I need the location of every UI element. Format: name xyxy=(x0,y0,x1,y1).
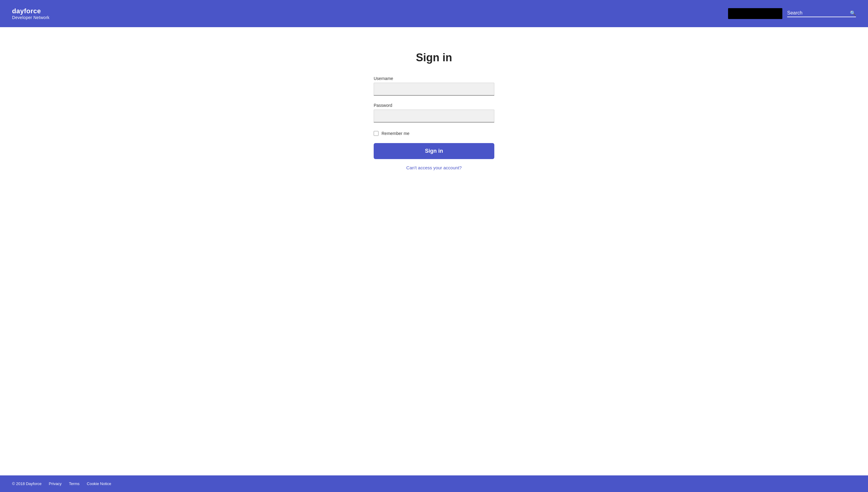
footer: © 2018 Dayforce Privacy Terms Cookie Not… xyxy=(0,475,868,492)
page-title: Sign in xyxy=(416,51,452,64)
footer-cookie-notice-link[interactable]: Cookie Notice xyxy=(87,482,111,486)
remember-me-container: Remember me xyxy=(374,131,494,136)
search-input[interactable] xyxy=(787,10,847,16)
search-container[interactable]: 🔍 xyxy=(787,10,856,17)
header-right: 🔍 xyxy=(728,8,856,19)
main-content: Sign in Username Password Remember me Si… xyxy=(0,27,868,475)
header: dayforce Developer Network 🔍 xyxy=(0,0,868,27)
footer-terms-link[interactable]: Terms xyxy=(69,482,79,486)
remember-me-label[interactable]: Remember me xyxy=(382,131,410,136)
search-icon: 🔍 xyxy=(850,10,856,16)
password-input[interactable] xyxy=(374,109,494,123)
cant-access-link[interactable]: Can't access your account? xyxy=(374,165,494,170)
footer-copyright: © 2018 Dayforce xyxy=(12,482,42,486)
logo-subtitle: Developer Network xyxy=(12,15,50,20)
logo-title: dayforce xyxy=(12,7,50,15)
username-input[interactable] xyxy=(374,83,494,96)
username-label: Username xyxy=(374,76,494,81)
sign-in-form: Username Password Remember me Sign in Ca… xyxy=(374,76,494,170)
header-redacted-block xyxy=(728,8,782,19)
sign-in-button[interactable]: Sign in xyxy=(374,143,494,159)
password-label: Password xyxy=(374,103,494,108)
remember-me-checkbox[interactable] xyxy=(374,131,378,136)
username-group: Username xyxy=(374,76,494,96)
password-group: Password xyxy=(374,103,494,123)
logo: dayforce Developer Network xyxy=(12,7,50,20)
footer-privacy-link[interactable]: Privacy xyxy=(49,482,62,486)
